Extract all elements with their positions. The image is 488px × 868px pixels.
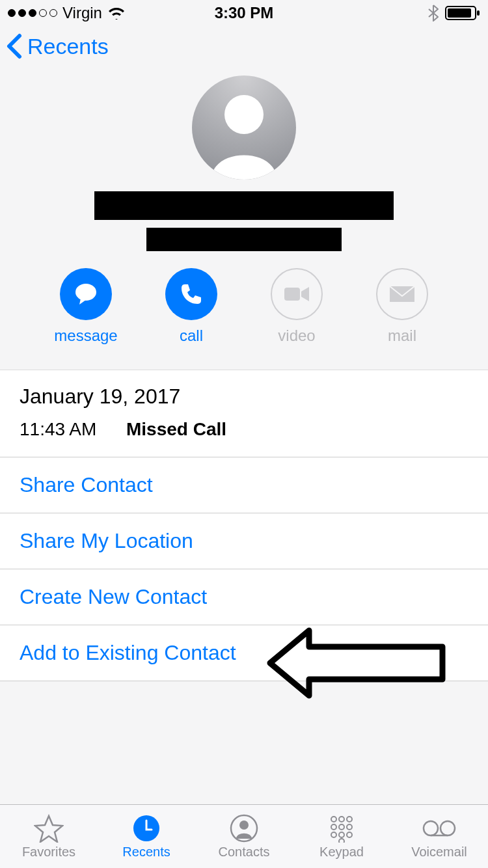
action-row: message call video mail <box>57 268 431 345</box>
status-bar: Virgin 3:30 PM <box>0 0 488 26</box>
svg-point-4 <box>75 284 96 301</box>
svg-point-17 <box>339 832 344 837</box>
svg-point-10 <box>331 817 336 822</box>
video-action: video <box>267 268 326 345</box>
annotation-arrow-icon <box>260 621 455 712</box>
tab-favorites-label: Favorites <box>22 845 75 860</box>
chevron-left-icon <box>5 33 23 59</box>
call-log-row: 11:43 AM Missed Call <box>20 419 468 453</box>
svg-point-12 <box>347 817 352 822</box>
wifi-icon <box>107 7 126 20</box>
keypad-icon <box>327 814 356 843</box>
create-contact-row[interactable]: Create New Contact <box>0 569 488 625</box>
status-time: 3:30 PM <box>215 4 274 22</box>
tab-recents[interactable]: Recents <box>101 813 192 860</box>
svg-point-21 <box>441 821 455 835</box>
svg-point-15 <box>347 824 352 830</box>
contact-number-redacted <box>146 228 342 251</box>
tab-favorites[interactable]: Favorites <box>3 813 94 860</box>
phone-icon <box>178 281 204 307</box>
svg-rect-2 <box>477 10 480 16</box>
svg-point-20 <box>424 821 438 835</box>
svg-point-19 <box>339 839 344 843</box>
tab-keypad-label: Keypad <box>319 845 364 860</box>
person-silhouette-icon <box>192 75 296 180</box>
tab-keypad[interactable]: Keypad <box>296 813 387 860</box>
back-label: Recents <box>27 34 109 59</box>
video-label: video <box>278 327 315 345</box>
tab-recents-label: Recents <box>122 845 170 860</box>
tab-voicemail[interactable]: Voicemail <box>394 813 485 860</box>
signal-strength-icon <box>8 9 57 17</box>
message-action[interactable]: message <box>57 268 115 345</box>
svg-point-14 <box>339 824 344 830</box>
contact-name-redacted <box>94 191 394 220</box>
call-log-type: Missed Call <box>126 419 226 440</box>
video-icon <box>283 285 310 303</box>
tab-contacts-label: Contacts <box>219 845 270 860</box>
call-log-date: January 19, 2017 <box>20 385 468 409</box>
svg-point-11 <box>339 817 344 822</box>
contact-icon <box>230 814 258 843</box>
mail-action: mail <box>373 268 431 345</box>
mail-label: mail <box>388 327 416 345</box>
tab-contacts[interactable]: Contacts <box>198 813 290 860</box>
svg-point-16 <box>331 832 336 837</box>
clock-icon <box>132 814 161 843</box>
voicemail-icon <box>422 819 457 837</box>
star-icon <box>34 814 64 843</box>
back-button[interactable]: Recents <box>5 33 109 59</box>
svg-point-9 <box>239 821 249 830</box>
share-contact-row[interactable]: Share Contact <box>0 457 488 513</box>
tab-bar: Favorites Recents Contacts Keypad Voicem… <box>0 804 488 868</box>
svg-point-13 <box>331 824 336 830</box>
message-icon <box>73 281 99 307</box>
svg-rect-5 <box>284 288 300 301</box>
svg-point-3 <box>224 95 264 134</box>
contact-header: message call video mail <box>0 75 488 360</box>
battery-icon <box>445 5 480 21</box>
avatar <box>192 75 296 180</box>
call-label: call <box>180 327 203 345</box>
call-log-time: 11:43 AM <box>20 419 111 440</box>
svg-point-18 <box>347 832 352 837</box>
svg-rect-1 <box>448 8 471 18</box>
message-label: message <box>54 327 117 345</box>
share-location-row[interactable]: Share My Location <box>0 513 488 569</box>
call-action[interactable]: call <box>162 268 221 345</box>
carrier-label: Virgin <box>62 4 102 22</box>
nav-bar: Recents <box>0 26 488 75</box>
tab-voicemail-label: Voicemail <box>411 845 467 860</box>
bluetooth-icon <box>428 5 439 21</box>
mail-icon <box>388 284 416 304</box>
